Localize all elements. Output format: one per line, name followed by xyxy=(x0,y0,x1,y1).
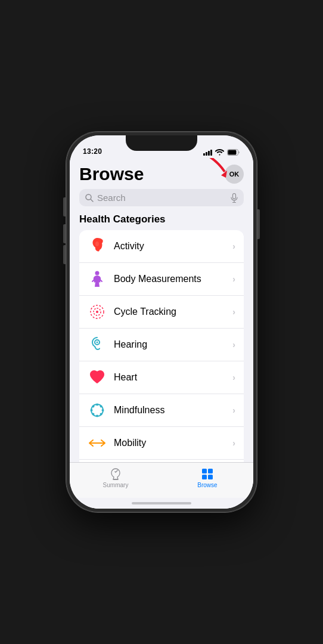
wifi-icon xyxy=(215,149,224,156)
svg-point-4 xyxy=(86,194,91,200)
signal-icon xyxy=(203,150,212,156)
category-item-heart[interactable]: Heart › xyxy=(79,361,244,394)
svg-point-16 xyxy=(97,342,98,343)
search-icon xyxy=(85,194,94,202)
heart-icon xyxy=(88,368,107,387)
header: Browse OK xyxy=(70,158,253,213)
svg-point-21 xyxy=(102,409,104,411)
svg-rect-1 xyxy=(228,150,237,155)
browse-tab-icon xyxy=(201,467,214,481)
category-name-hearing: Hearing xyxy=(114,339,225,350)
chevron-cycle: › xyxy=(232,307,235,317)
home-indicator xyxy=(70,498,253,509)
chevron-hearing: › xyxy=(232,340,235,349)
category-item-mindfulness[interactable]: Mindfulness › xyxy=(79,394,244,427)
category-item-cycle[interactable]: Cycle Tracking › xyxy=(79,296,244,329)
notch xyxy=(126,135,197,151)
svg-marker-3 xyxy=(221,171,227,178)
svg-rect-35 xyxy=(202,475,207,479)
svg-point-8 xyxy=(95,242,99,246)
search-placeholder: Search xyxy=(97,193,227,203)
page-title: Browse xyxy=(79,164,144,184)
svg-point-25 xyxy=(100,413,103,416)
category-name-mindfulness: Mindfulness xyxy=(114,405,225,416)
chevron-body: › xyxy=(232,274,235,284)
svg-point-22 xyxy=(92,405,94,407)
header-row: Browse OK xyxy=(79,164,244,184)
microphone-icon[interactable] xyxy=(231,193,238,203)
activity-icon xyxy=(88,237,107,256)
svg-point-24 xyxy=(92,413,94,416)
categories-section: Health Categories Activity › xyxy=(70,213,253,462)
tab-browse-label: Browse xyxy=(197,482,217,488)
status-time: 13:20 xyxy=(83,147,102,156)
tab-summary[interactable]: Summary xyxy=(70,467,162,488)
category-item-activity[interactable]: Activity › xyxy=(79,230,244,263)
tab-summary-label: Summary xyxy=(103,482,129,488)
mobility-icon xyxy=(88,434,107,453)
screen-content: Browse OK xyxy=(70,158,253,509)
chevron-mindfulness: › xyxy=(232,405,235,415)
category-name-cycle: Cycle Tracking xyxy=(114,306,225,317)
body-icon xyxy=(88,270,107,289)
chevron-heart: › xyxy=(232,373,235,382)
tab-browse[interactable]: Browse xyxy=(162,467,253,488)
cycle-icon xyxy=(88,302,107,321)
categories-list: Activity › Body Me xyxy=(79,230,244,462)
svg-rect-5 xyxy=(233,193,236,199)
chevron-activity: › xyxy=(232,242,235,251)
svg-point-23 xyxy=(100,405,103,407)
phone-frame: 13:20 xyxy=(66,132,257,512)
tab-bar: Summary Browse xyxy=(70,462,253,498)
category-name-body: Body Measurements xyxy=(114,274,225,284)
search-bar[interactable]: Search xyxy=(79,189,244,206)
category-item-body[interactable]: Body Measurements › xyxy=(79,263,244,296)
svg-rect-36 xyxy=(208,475,213,479)
status-icons xyxy=(203,149,240,156)
category-item-hearing[interactable]: Hearing › xyxy=(79,329,244,361)
status-bar: 13:20 xyxy=(70,135,253,158)
category-name-heart: Heart xyxy=(114,372,225,383)
battery-icon xyxy=(227,149,240,156)
hearing-icon xyxy=(88,335,107,354)
category-name-mobility: Mobility xyxy=(114,438,225,448)
phone-screen: 13:20 xyxy=(70,135,253,509)
ok-button[interactable]: OK xyxy=(225,165,244,184)
mindfulness-icon xyxy=(88,401,107,420)
svg-point-18 xyxy=(96,404,98,406)
summary-tab-icon xyxy=(109,467,122,481)
chevron-mobility: › xyxy=(232,438,235,448)
home-bar xyxy=(132,502,191,504)
category-item-mobility[interactable]: Mobility › xyxy=(79,427,244,460)
svg-rect-33 xyxy=(202,469,207,473)
svg-point-14 xyxy=(96,311,98,313)
section-title: Health Categories xyxy=(79,213,244,225)
category-name-activity: Activity xyxy=(114,241,225,252)
svg-point-20 xyxy=(91,409,93,411)
red-arrow xyxy=(207,158,249,184)
svg-rect-34 xyxy=(208,469,213,473)
svg-point-9 xyxy=(95,271,100,275)
svg-point-19 xyxy=(96,415,98,417)
